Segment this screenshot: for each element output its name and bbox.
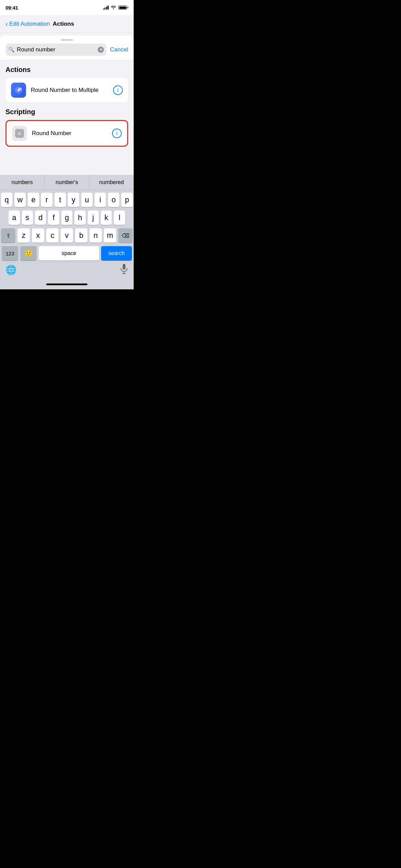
scripting-section: Scripting = Round Number i — [5, 108, 128, 147]
page-title: Actions — [53, 21, 74, 27]
key-l[interactable]: l — [114, 210, 125, 225]
actions-section: Actions Round Number to Multiple i — [5, 66, 128, 103]
key-q[interactable]: q — [1, 193, 12, 207]
actions-content: Actions Round Number to Multiple i — [0, 60, 134, 175]
back-button[interactable]: ‹ Edit Automation — [5, 20, 50, 28]
back-label: Edit Automation — [9, 21, 50, 27]
status-bar: 09:41 — [0, 0, 134, 15]
list-item[interactable]: Round Number to Multiple i — [5, 78, 128, 103]
status-icons — [103, 5, 127, 10]
key-row-1: q w e r t y u i o p — [1, 193, 133, 207]
svg-rect-2 — [123, 264, 125, 269]
clear-button[interactable]: ✕ — [98, 47, 104, 53]
key-w[interactable]: w — [14, 193, 26, 207]
nav-header: ‹ Edit Automation Actions — [0, 15, 134, 33]
key-t[interactable]: t — [54, 193, 66, 207]
key-u[interactable]: u — [81, 193, 93, 207]
action-label: Round Number to Multiple — [31, 87, 108, 94]
wifi-icon — [111, 5, 116, 10]
key-s[interactable]: s — [22, 210, 33, 225]
home-bar — [46, 284, 87, 285]
numbers-key[interactable]: 123 — [2, 246, 18, 261]
key-r[interactable]: r — [41, 193, 52, 207]
shift-key[interactable]: ⇧ — [1, 228, 15, 243]
predictive-bar: numbers number's numbered — [0, 175, 134, 190]
key-x[interactable]: x — [32, 228, 44, 243]
predictive-numbers[interactable]: numbers — [0, 175, 45, 190]
key-f[interactable]: f — [48, 210, 59, 225]
key-v[interactable]: v — [61, 228, 73, 243]
key-b[interactable]: b — [75, 228, 87, 243]
sheet-handle — [0, 36, 134, 44]
search-key[interactable]: search — [101, 246, 132, 261]
keyboard: numbers number's numbered q w e r t y u … — [0, 175, 134, 289]
back-chevron-icon: ‹ — [5, 20, 8, 28]
space-key[interactable]: space — [39, 246, 99, 261]
bottom-toolbar: 🌐 — [0, 262, 134, 279]
search-bar[interactable]: 🔍 ✕ — [5, 44, 107, 56]
key-g[interactable]: g — [61, 210, 72, 225]
key-h[interactable]: h — [74, 210, 85, 225]
key-row-4: 123 🙂 space search — [1, 246, 133, 261]
sheet-handle-bar — [61, 39, 73, 41]
key-row-2: a s d f g h j k l — [1, 210, 133, 225]
key-m[interactable]: m — [104, 228, 116, 243]
info-button[interactable]: i — [113, 85, 123, 95]
battery-icon — [118, 5, 127, 10]
predictive-numbered[interactable]: numbered — [89, 175, 134, 190]
key-e[interactable]: e — [28, 193, 39, 207]
key-k[interactable]: k — [101, 210, 112, 225]
home-indicator — [0, 279, 134, 289]
key-o[interactable]: o — [108, 193, 119, 207]
key-d[interactable]: d — [35, 210, 46, 225]
round-number-multiple-icon — [11, 83, 26, 98]
round-number-icon: = — [15, 129, 24, 138]
predictive-numbers-possessive[interactable]: number's — [45, 175, 89, 190]
list-item[interactable]: = Round Number i — [5, 120, 128, 147]
round-number-icon-bg: = — [12, 126, 27, 141]
key-c[interactable]: c — [46, 228, 59, 243]
scripting-info-button[interactable]: i — [112, 129, 122, 138]
emoji-key[interactable]: 🙂 — [20, 246, 37, 261]
key-j[interactable]: j — [88, 210, 99, 225]
delete-key[interactable]: ⌫ — [118, 228, 133, 243]
sheet-container: 🔍 ✕ Cancel Actions — [0, 33, 134, 289]
scripting-section-title: Scripting — [5, 108, 128, 116]
actions-section-title: Actions — [5, 66, 128, 74]
key-n[interactable]: n — [89, 228, 102, 243]
scripting-action-label: Round Number — [32, 130, 107, 137]
key-row-3: ⇧ z x c v b n m ⌫ — [1, 228, 133, 243]
cancel-button[interactable]: Cancel — [110, 46, 128, 53]
clear-icon: ✕ — [99, 48, 102, 52]
key-i[interactable]: i — [95, 193, 106, 207]
keys-area: q w e r t y u i o p a s d f g h j — [0, 190, 134, 262]
key-z[interactable]: z — [17, 228, 30, 243]
search-container: 🔍 ✕ Cancel — [0, 44, 134, 60]
key-a[interactable]: a — [9, 210, 20, 225]
key-p[interactable]: p — [121, 193, 133, 207]
globe-icon[interactable]: 🌐 — [5, 265, 16, 275]
search-icon: 🔍 — [8, 47, 15, 53]
microphone-icon[interactable] — [120, 264, 128, 276]
key-y[interactable]: y — [68, 193, 79, 207]
status-time: 09:41 — [5, 5, 18, 11]
signal-icon — [103, 5, 109, 10]
modal-sheet: 🔍 ✕ Cancel Actions — [0, 36, 134, 175]
search-input[interactable] — [17, 46, 96, 53]
